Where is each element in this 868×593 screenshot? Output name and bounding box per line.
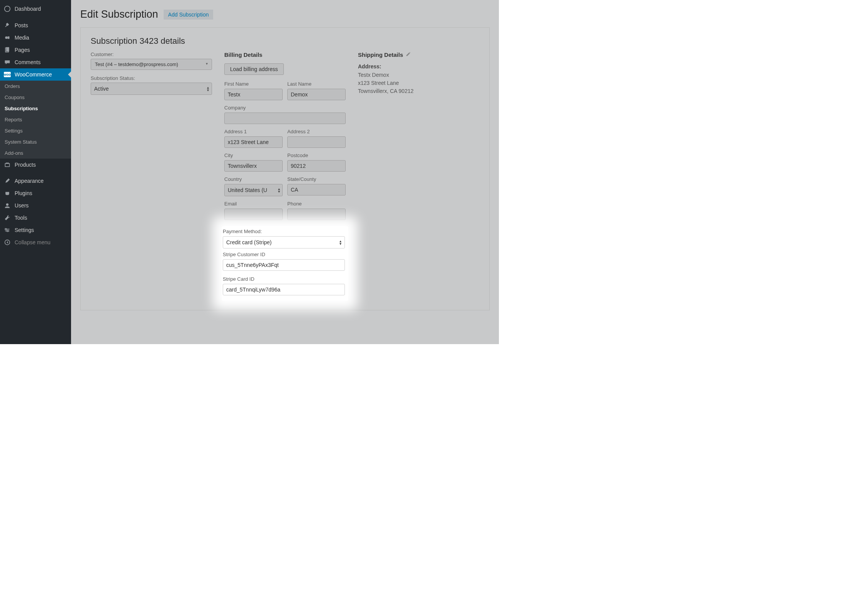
sidebar-label: Media bbox=[15, 35, 29, 41]
sidebar-label: Users bbox=[15, 202, 29, 209]
company-input[interactable] bbox=[224, 113, 346, 124]
sidebar-sub-orders[interactable]: Orders bbox=[0, 81, 71, 92]
sidebar-item-settings[interactable]: Settings bbox=[0, 224, 71, 236]
sidebar-sub-addons[interactable]: Add-ons bbox=[0, 147, 71, 159]
email-label: Email bbox=[224, 201, 283, 207]
pin-icon bbox=[4, 22, 11, 28]
shipping-line-2: x123 Street Lane bbox=[358, 79, 479, 87]
country-select[interactable] bbox=[224, 184, 283, 196]
sidebar-item-comments[interactable]: Comments bbox=[0, 56, 71, 68]
sidebar-label: Comments bbox=[15, 59, 41, 65]
sidebar-label: Dashboard bbox=[15, 6, 41, 12]
sidebar-item-tools[interactable]: Tools bbox=[0, 212, 71, 224]
shipping-line-1: Testx Demox bbox=[358, 71, 479, 79]
status-label: Subscription Status: bbox=[91, 75, 212, 81]
products-icon bbox=[4, 162, 11, 168]
sidebar-sub-reports[interactable]: Reports bbox=[0, 114, 71, 125]
billing-heading: Billing Details bbox=[224, 51, 346, 58]
svg-rect-2 bbox=[8, 36, 10, 39]
sidebar-item-collapse[interactable]: Collapse menu bbox=[0, 236, 71, 248]
payment-method-select[interactable] bbox=[223, 236, 345, 248]
address2-input[interactable] bbox=[287, 136, 346, 148]
dashboard-icon bbox=[4, 5, 11, 12]
svg-rect-8 bbox=[7, 230, 8, 232]
sidebar-item-dashboard[interactable]: Dashboard bbox=[0, 2, 71, 15]
payment-method-section: Payment Method: ▴▾ Stripe Customer ID St… bbox=[222, 226, 348, 301]
svg-rect-4 bbox=[6, 47, 9, 51]
first-name-input[interactable] bbox=[224, 89, 283, 100]
postcode-label: Postcode bbox=[287, 152, 346, 158]
sidebar-sub-settings[interactable]: Settings bbox=[0, 125, 71, 136]
shipping-heading: Shipping Details bbox=[358, 51, 403, 58]
phone-input[interactable] bbox=[287, 209, 346, 220]
tools-icon bbox=[4, 215, 11, 221]
appearance-icon bbox=[4, 178, 11, 184]
sidebar-item-users[interactable]: Users bbox=[0, 199, 71, 212]
state-input[interactable] bbox=[287, 184, 346, 195]
plugins-icon bbox=[4, 190, 11, 196]
sidebar-label: Appearance bbox=[15, 178, 44, 184]
shipping-line-3: Townsvillerx, CA 90212 bbox=[358, 87, 479, 95]
svg-rect-5 bbox=[5, 164, 9, 167]
sidebar-label: Products bbox=[15, 162, 36, 168]
sidebar-sub-coupons[interactable]: Coupons bbox=[0, 92, 71, 103]
stripe-customer-id-input[interactable] bbox=[223, 259, 345, 271]
woocommerce-icon: woo bbox=[4, 72, 11, 77]
sidebar-label: Plugins bbox=[15, 190, 32, 196]
address2-label: Address 2 bbox=[287, 129, 346, 134]
sidebar-label: Collapse menu bbox=[15, 239, 50, 245]
sidebar-item-pages[interactable]: Pages bbox=[0, 44, 71, 56]
sidebar-item-media[interactable]: Media bbox=[0, 31, 71, 44]
customer-label: Customer: bbox=[91, 51, 212, 57]
users-icon bbox=[4, 202, 11, 209]
shipping-address-label: Address: bbox=[358, 63, 479, 70]
sidebar-label: Tools bbox=[15, 215, 27, 221]
stripe-card-id-input[interactable] bbox=[223, 284, 345, 295]
phone-label: Phone bbox=[287, 201, 346, 207]
main-content: Edit Subscription Add Subscription Subsc… bbox=[71, 0, 499, 344]
pages-icon bbox=[4, 47, 11, 53]
svg-point-6 bbox=[6, 203, 8, 205]
company-label: Company bbox=[224, 105, 346, 111]
add-subscription-button[interactable]: Add Subscription bbox=[164, 10, 214, 20]
state-label: State/County bbox=[287, 176, 346, 182]
address1-label: Address 1 bbox=[224, 129, 283, 134]
subscription-details-panel: Subscription 3423 details Customer: Test… bbox=[80, 27, 490, 310]
sidebar-item-posts[interactable]: Posts bbox=[0, 19, 71, 31]
edit-shipping-icon[interactable] bbox=[406, 51, 411, 58]
panel-title: Subscription 3423 details bbox=[91, 36, 479, 46]
address1-input[interactable] bbox=[224, 136, 283, 148]
subscription-status-select[interactable] bbox=[91, 83, 212, 95]
payment-method-label: Payment Method: bbox=[223, 229, 345, 234]
sidebar-item-appearance[interactable]: Appearance bbox=[0, 175, 71, 187]
comment-icon bbox=[4, 59, 11, 65]
customer-select[interactable]: Test (#4 – testdemo@prospress.com) bbox=[91, 59, 212, 70]
country-label: Country bbox=[224, 176, 283, 182]
city-input[interactable] bbox=[224, 160, 283, 172]
first-name-label: First Name bbox=[224, 81, 283, 87]
svg-point-1 bbox=[5, 36, 7, 39]
last-name-label: Last Name bbox=[287, 81, 346, 87]
load-billing-button[interactable]: Load billing address bbox=[224, 63, 284, 75]
sidebar-label: Posts bbox=[15, 22, 28, 28]
settings-icon bbox=[4, 227, 11, 233]
sidebar-label: Pages bbox=[15, 47, 30, 53]
sidebar-label: Settings bbox=[15, 227, 34, 233]
page-title: Edit Subscription bbox=[80, 8, 158, 20]
last-name-input[interactable] bbox=[287, 89, 346, 100]
admin-sidebar: Dashboard Posts Media Pages Comments woo… bbox=[0, 0, 71, 344]
sidebar-sub-system-status[interactable]: System Status bbox=[0, 136, 71, 147]
sidebar-label: WooCommerce bbox=[15, 71, 52, 78]
city-label: City bbox=[224, 152, 283, 158]
sidebar-item-plugins[interactable]: Plugins bbox=[0, 187, 71, 199]
collapse-icon bbox=[4, 239, 11, 245]
sidebar-item-products[interactable]: Products bbox=[0, 159, 71, 171]
stripe-customer-id-label: Stripe Customer ID bbox=[223, 252, 345, 257]
sidebar-sub-subscriptions[interactable]: Subscriptions bbox=[0, 103, 71, 114]
sidebar-item-woocommerce[interactable]: woo WooCommerce bbox=[0, 68, 71, 81]
postcode-input[interactable] bbox=[287, 160, 346, 172]
svg-rect-7 bbox=[5, 229, 6, 230]
media-icon bbox=[4, 35, 11, 41]
stripe-card-id-label: Stripe Card ID bbox=[223, 276, 345, 282]
email-input[interactable] bbox=[224, 209, 283, 220]
